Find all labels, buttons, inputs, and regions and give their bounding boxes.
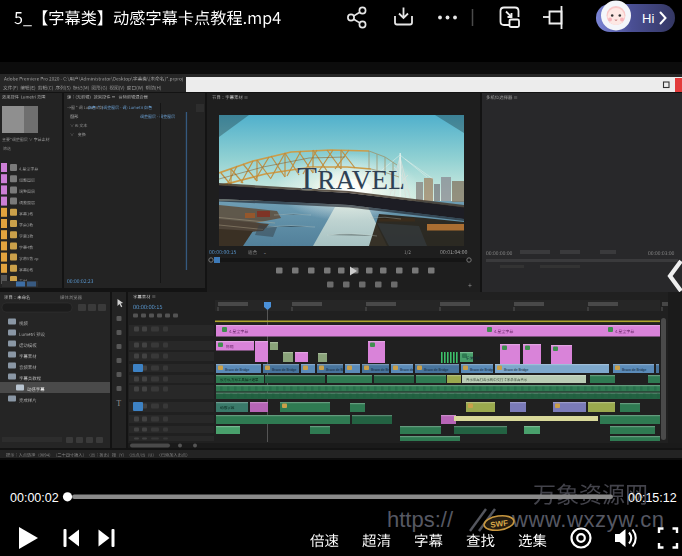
svg-text:https://: https:// — [387, 507, 454, 532]
svg-text:Bravo de Bridge: Bravo de Bridge — [272, 368, 296, 372]
svg-text:TRAVEL: TRAVEL — [297, 160, 405, 196]
svg-text:T: T — [117, 399, 122, 408]
svg-text:Bravo de Bridge: Bravo de Bridge — [470, 368, 494, 372]
svg-text:Bravo de Bridge: Bravo de Bridge — [225, 368, 249, 372]
svg-text:Bravo de Bridge: Bravo de Bridge — [622, 368, 646, 372]
svg-text:Bravo de Bridge: Bravo de Bridge — [504, 368, 528, 372]
svg-text:⌄: ⌄ — [263, 250, 267, 255]
svg-text:00:00:02: 00:00:02 — [10, 491, 59, 505]
svg-text:www.wxzyw.cn: www.wxzyw.cn — [511, 507, 665, 532]
svg-text:Bravo de Bridge: Bravo de Bridge — [424, 368, 448, 372]
svg-text:Hi: Hi — [642, 11, 654, 26]
svg-text:00:15:12: 00:15:12 — [628, 491, 677, 505]
